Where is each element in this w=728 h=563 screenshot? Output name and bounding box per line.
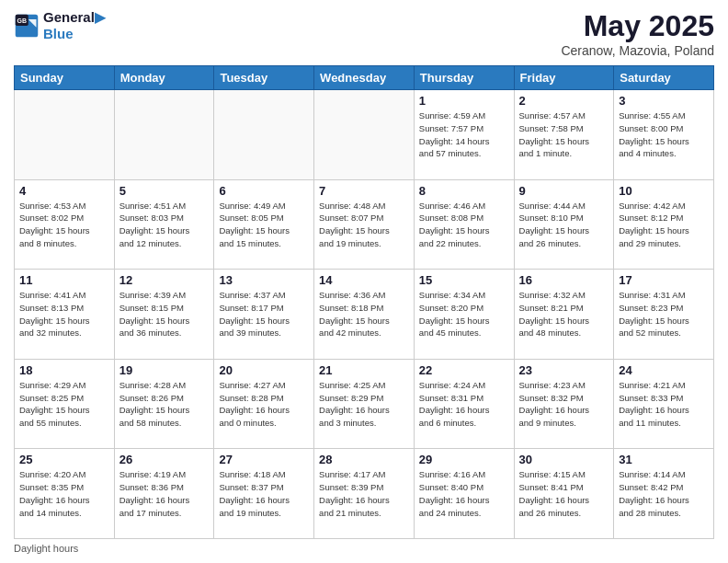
day-number: 10 — [619, 184, 709, 198]
day-number: 16 — [519, 273, 609, 287]
calendar-cell-3-0: 18Sunrise: 4:29 AM Sunset: 8:25 PM Dayli… — [15, 359, 115, 449]
calendar-cell-4-6: 31Sunrise: 4:14 AM Sunset: 8:42 PM Dayli… — [614, 449, 714, 539]
day-info: Sunrise: 4:51 AM Sunset: 8:03 PM Dayligh… — [119, 200, 210, 250]
calendar-cell-2-6: 17Sunrise: 4:31 AM Sunset: 8:23 PM Dayli… — [614, 270, 714, 360]
day-info: Sunrise: 4:27 AM Sunset: 8:28 PM Dayligh… — [219, 379, 309, 430]
day-info: Sunrise: 4:48 AM Sunset: 8:07 PM Dayligh… — [319, 200, 409, 250]
calendar-cell-1-5: 9Sunrise: 4:44 AM Sunset: 8:10 PM Daylig… — [514, 179, 614, 270]
day-info: Sunrise: 4:29 AM Sunset: 8:25 PM Dayligh… — [19, 379, 109, 430]
col-friday: Friday — [514, 66, 614, 90]
day-number: 9 — [519, 184, 609, 198]
day-number: 7 — [319, 184, 409, 198]
day-info: Sunrise: 4:53 AM Sunset: 8:02 PM Dayligh… — [19, 200, 109, 250]
day-info: Sunrise: 4:57 AM Sunset: 7:58 PM Dayligh… — [519, 109, 609, 160]
col-saturday: Saturday — [614, 66, 714, 90]
day-number: 4 — [19, 184, 109, 198]
calendar-cell-4-1: 26Sunrise: 4:19 AM Sunset: 8:36 PM Dayli… — [114, 449, 214, 539]
day-number: 22 — [419, 363, 509, 377]
day-info: Sunrise: 4:28 AM Sunset: 8:26 PM Dayligh… — [119, 379, 210, 430]
day-number: 1 — [419, 94, 509, 108]
day-info: Sunrise: 4:21 AM Sunset: 8:33 PM Dayligh… — [619, 379, 709, 430]
day-info: Sunrise: 4:24 AM Sunset: 8:31 PM Dayligh… — [419, 379, 509, 430]
day-info: Sunrise: 4:42 AM Sunset: 8:12 PM Dayligh… — [619, 200, 709, 250]
day-info: Sunrise: 4:15 AM Sunset: 8:41 PM Dayligh… — [519, 468, 609, 519]
footer-note: Daylight hours — [14, 543, 714, 554]
day-number: 3 — [619, 94, 709, 108]
day-info: Sunrise: 4:59 AM Sunset: 7:57 PM Dayligh… — [419, 109, 509, 160]
col-thursday: Thursday — [414, 66, 514, 90]
day-number: 13 — [219, 273, 309, 287]
day-info: Sunrise: 4:34 AM Sunset: 8:20 PM Dayligh… — [419, 289, 509, 339]
calendar-cell-3-3: 21Sunrise: 4:25 AM Sunset: 8:29 PM Dayli… — [314, 359, 415, 449]
week-row-4: 25Sunrise: 4:20 AM Sunset: 8:35 PM Dayli… — [15, 449, 714, 539]
calendar-cell-0-2 — [214, 90, 314, 180]
day-info: Sunrise: 4:46 AM Sunset: 8:08 PM Dayligh… — [419, 200, 509, 250]
calendar-cell-3-4: 22Sunrise: 4:24 AM Sunset: 8:31 PM Dayli… — [414, 359, 514, 449]
calendar-cell-1-1: 5Sunrise: 4:51 AM Sunset: 8:03 PM Daylig… — [114, 179, 214, 270]
day-number: 15 — [419, 273, 509, 287]
day-info: Sunrise: 4:17 AM Sunset: 8:39 PM Dayligh… — [319, 468, 409, 519]
calendar-cell-3-1: 19Sunrise: 4:28 AM Sunset: 8:26 PM Dayli… — [114, 359, 214, 449]
calendar-cell-3-6: 24Sunrise: 4:21 AM Sunset: 8:33 PM Dayli… — [614, 359, 714, 449]
week-row-3: 18Sunrise: 4:29 AM Sunset: 8:25 PM Dayli… — [15, 359, 714, 449]
calendar-cell-1-0: 4Sunrise: 4:53 AM Sunset: 8:02 PM Daylig… — [15, 179, 115, 270]
calendar-cell-1-3: 7Sunrise: 4:48 AM Sunset: 8:07 PM Daylig… — [314, 179, 415, 270]
col-tuesday: Tuesday — [214, 66, 314, 90]
calendar-cell-0-4: 1Sunrise: 4:59 AM Sunset: 7:57 PM Daylig… — [414, 90, 514, 180]
day-info: Sunrise: 4:55 AM Sunset: 8:00 PM Dayligh… — [619, 109, 709, 160]
day-number: 26 — [119, 453, 210, 466]
main-title: May 2025 — [561, 9, 714, 43]
subtitle: Ceranow, Mazovia, Poland — [561, 43, 714, 58]
calendar-cell-3-5: 23Sunrise: 4:23 AM Sunset: 8:32 PM Dayli… — [514, 359, 614, 449]
day-number: 8 — [419, 184, 509, 198]
day-number: 29 — [419, 453, 509, 466]
calendar-cell-2-4: 15Sunrise: 4:34 AM Sunset: 8:20 PM Dayli… — [414, 270, 514, 360]
day-info: Sunrise: 4:19 AM Sunset: 8:36 PM Dayligh… — [119, 468, 210, 519]
day-info: Sunrise: 4:18 AM Sunset: 8:37 PM Dayligh… — [219, 468, 309, 519]
calendar-cell-0-0 — [15, 90, 115, 180]
day-info: Sunrise: 4:41 AM Sunset: 8:13 PM Dayligh… — [19, 289, 109, 339]
day-info: Sunrise: 4:36 AM Sunset: 8:18 PM Dayligh… — [319, 289, 409, 339]
week-row-1: 4Sunrise: 4:53 AM Sunset: 8:02 PM Daylig… — [15, 179, 714, 270]
day-number: 17 — [619, 273, 709, 287]
title-block: May 2025 Ceranow, Mazovia, Poland — [561, 9, 714, 58]
calendar-cell-3-2: 20Sunrise: 4:27 AM Sunset: 8:28 PM Dayli… — [214, 359, 314, 449]
calendar-cell-4-0: 25Sunrise: 4:20 AM Sunset: 8:35 PM Dayli… — [15, 449, 115, 539]
day-info: Sunrise: 4:16 AM Sunset: 8:40 PM Dayligh… — [419, 468, 509, 519]
day-number: 23 — [519, 363, 609, 377]
calendar-cell-1-2: 6Sunrise: 4:49 AM Sunset: 8:05 PM Daylig… — [214, 179, 314, 270]
calendar-cell-0-1 — [114, 90, 214, 180]
day-number: 14 — [319, 273, 409, 287]
page: GB General▶ Blue May 2025 Ceranow, Mazov… — [0, 0, 728, 563]
day-number: 11 — [19, 273, 109, 287]
day-number: 24 — [619, 363, 709, 377]
week-row-0: 1Sunrise: 4:59 AM Sunset: 7:57 PM Daylig… — [15, 90, 714, 180]
calendar-cell-2-0: 11Sunrise: 4:41 AM Sunset: 8:13 PM Dayli… — [15, 270, 115, 360]
day-number: 30 — [519, 453, 609, 466]
day-info: Sunrise: 4:31 AM Sunset: 8:23 PM Dayligh… — [619, 289, 709, 339]
col-wednesday: Wednesday — [314, 66, 415, 90]
calendar-cell-2-1: 12Sunrise: 4:39 AM Sunset: 8:15 PM Dayli… — [114, 270, 214, 360]
day-number: 12 — [119, 273, 210, 287]
logo-text: General▶ Blue — [43, 9, 106, 42]
day-number: 2 — [519, 94, 609, 108]
day-number: 6 — [219, 184, 309, 198]
calendar-cell-4-3: 28Sunrise: 4:17 AM Sunset: 8:39 PM Dayli… — [314, 449, 415, 539]
calendar-cell-2-5: 16Sunrise: 4:32 AM Sunset: 8:21 PM Dayli… — [514, 270, 614, 360]
header: GB General▶ Blue May 2025 Ceranow, Mazov… — [14, 9, 714, 58]
day-number: 19 — [119, 363, 210, 377]
day-number: 5 — [119, 184, 210, 198]
week-row-2: 11Sunrise: 4:41 AM Sunset: 8:13 PM Dayli… — [15, 270, 714, 360]
day-number: 31 — [619, 453, 709, 466]
calendar-cell-4-2: 27Sunrise: 4:18 AM Sunset: 8:37 PM Dayli… — [214, 449, 314, 539]
day-info: Sunrise: 4:49 AM Sunset: 8:05 PM Dayligh… — [219, 200, 309, 250]
day-info: Sunrise: 4:37 AM Sunset: 8:17 PM Dayligh… — [219, 289, 309, 339]
day-info: Sunrise: 4:23 AM Sunset: 8:32 PM Dayligh… — [519, 379, 609, 430]
day-number: 25 — [19, 453, 109, 466]
day-number: 28 — [319, 453, 409, 466]
calendar-table: Sunday Monday Tuesday Wednesday Thursday… — [14, 65, 714, 539]
calendar-cell-1-4: 8Sunrise: 4:46 AM Sunset: 8:08 PM Daylig… — [414, 179, 514, 270]
day-number: 21 — [319, 363, 409, 377]
svg-text:GB: GB — [17, 17, 28, 24]
calendar-cell-0-6: 3Sunrise: 4:55 AM Sunset: 8:00 PM Daylig… — [614, 90, 714, 180]
